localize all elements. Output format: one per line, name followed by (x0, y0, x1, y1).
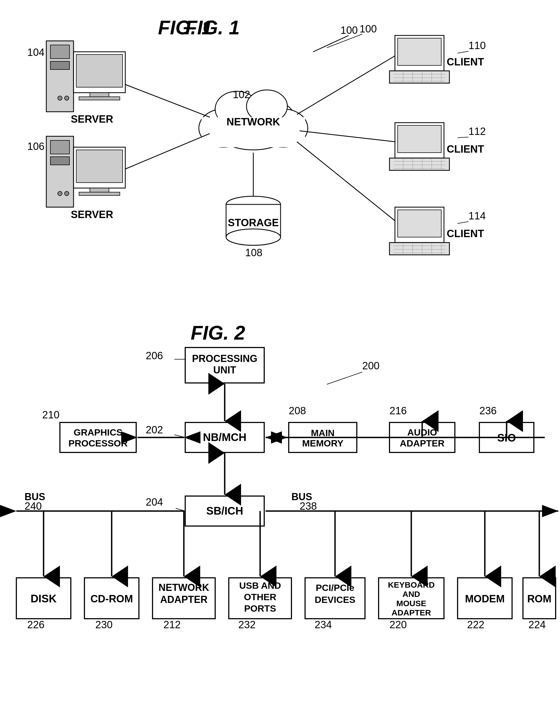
svg-text:202: 202 (146, 424, 163, 436)
svg-rect-114 (185, 496, 264, 526)
svg-rect-132 (305, 578, 365, 619)
svg-rect-106 (185, 422, 264, 452)
svg-rect-14 (50, 45, 69, 59)
svg-text:ADAPTER: ADAPTER (160, 594, 208, 605)
fig1-diagram: FIG. 1 100 (0, 8, 560, 308)
svg-rect-108 (289, 422, 357, 452)
svg-text:DISK: DISK (31, 593, 57, 605)
svg-text:112: 112 (468, 126, 486, 137)
svg-text:226: 226 (27, 619, 44, 630)
svg-text:CLIENT: CLIENT (447, 228, 484, 239)
svg-point-17 (65, 96, 69, 100)
svg-text:204: 204 (146, 496, 163, 508)
svg-rect-22 (46, 136, 74, 207)
svg-text:BUS: BUS (291, 491, 312, 502)
svg-text:114: 114 (468, 210, 486, 222)
svg-rect-55 (389, 158, 449, 170)
svg-rect-43 (398, 38, 441, 65)
svg-line-93 (458, 137, 468, 138)
svg-rect-128 (229, 578, 291, 619)
svg-point-38 (226, 196, 280, 213)
svg-text:104: 104 (27, 47, 44, 58)
svg-text:MODEM: MODEM (465, 593, 505, 605)
svg-point-16 (58, 96, 62, 100)
svg-rect-142 (523, 578, 556, 619)
svg-text:NB/MCH: NB/MCH (203, 431, 247, 443)
svg-text:102: 102 (233, 89, 250, 100)
svg-rect-21 (79, 97, 120, 100)
svg-rect-135 (378, 578, 444, 619)
svg-rect-28 (76, 150, 123, 183)
svg-line-172 (176, 508, 185, 511)
svg-rect-23 (50, 140, 69, 154)
svg-line-95 (458, 222, 468, 223)
svg-text:AUDIO: AUDIO (407, 427, 437, 437)
svg-rect-18 (74, 52, 125, 93)
svg-text:OTHER: OTHER (244, 592, 277, 602)
svg-rect-66 (389, 243, 449, 255)
fig2-title-text: FIG. 2 (191, 322, 245, 344)
svg-text:224: 224 (528, 619, 546, 630)
svg-text:USB AND: USB AND (239, 580, 281, 591)
fig1-title-text: FIG. 1 (185, 16, 240, 39)
svg-text:206: 206 (146, 350, 163, 361)
svg-rect-125 (153, 578, 215, 619)
svg-rect-20 (90, 93, 109, 97)
svg-rect-13 (46, 41, 74, 112)
svg-point-35 (247, 90, 287, 123)
svg-text:ADAPTER: ADAPTER (391, 608, 431, 617)
svg-text:NETWORK: NETWORK (227, 116, 280, 128)
svg-text:110: 110 (468, 40, 486, 51)
svg-text:PROCESSOR: PROCESSOR (68, 438, 128, 448)
svg-rect-140 (458, 578, 512, 619)
svg-text:MAIN: MAIN (311, 428, 335, 438)
svg-line-0 (313, 35, 349, 52)
svg-text:PORTS: PORTS (244, 603, 276, 614)
svg-text:208: 208 (289, 405, 306, 416)
svg-text:CLIENT: CLIENT (447, 143, 484, 155)
svg-line-168 (174, 435, 185, 437)
svg-rect-111 (60, 422, 136, 452)
svg-point-40 (226, 229, 280, 245)
svg-text:240: 240 (25, 500, 42, 512)
svg-point-34 (215, 91, 259, 127)
svg-rect-65 (398, 210, 441, 237)
svg-rect-19 (76, 55, 123, 87)
svg-line-91 (458, 51, 468, 53)
svg-text:SB/ICH: SB/ICH (206, 505, 243, 517)
svg-text:CD-ROM: CD-ROM (90, 593, 133, 605)
svg-line-75 (125, 84, 210, 117)
svg-rect-24 (50, 157, 69, 165)
fig2-diagram: FIG. 2 (0, 316, 560, 728)
svg-text:ADAPTER: ADAPTER (400, 438, 444, 448)
svg-text:STORAGE: STORAGE (228, 217, 279, 228)
svg-text:220: 220 (389, 619, 407, 630)
svg-rect-29 (90, 188, 109, 192)
svg-line-78 (297, 56, 395, 114)
svg-rect-30 (79, 192, 120, 195)
svg-rect-121 (16, 578, 71, 619)
svg-text:UNIT: UNIT (213, 364, 236, 376)
svg-text:ROM: ROM (527, 593, 552, 605)
svg-text:SERVER: SERVER (71, 209, 113, 220)
svg-text:238: 238 (299, 500, 317, 512)
svg-text:230: 230 (95, 619, 113, 630)
page: FIG. 1 100 (0, 0, 560, 728)
svg-text:GRAPHICS: GRAPHICS (74, 427, 122, 437)
svg-text:236: 236 (479, 405, 496, 416)
svg-text:210: 210 (42, 409, 59, 421)
svg-text:106: 106 (27, 141, 44, 152)
svg-text:MOUSE: MOUSE (396, 599, 426, 608)
svg-text:222: 222 (467, 619, 484, 630)
svg-text:NETWORK: NETWORK (159, 582, 209, 593)
svg-text:AND: AND (402, 590, 420, 599)
svg-point-32 (199, 109, 248, 147)
svg-text:232: 232 (238, 619, 256, 630)
ref-100-label: 100 (359, 23, 377, 35)
svg-point-31 (210, 95, 297, 150)
svg-text:CLIENT: CLIENT (447, 56, 484, 68)
ref-100: 100 (340, 25, 358, 36)
svg-line-80 (297, 142, 395, 221)
svg-text:216: 216 (389, 405, 407, 416)
svg-text:SIO: SIO (497, 432, 516, 444)
